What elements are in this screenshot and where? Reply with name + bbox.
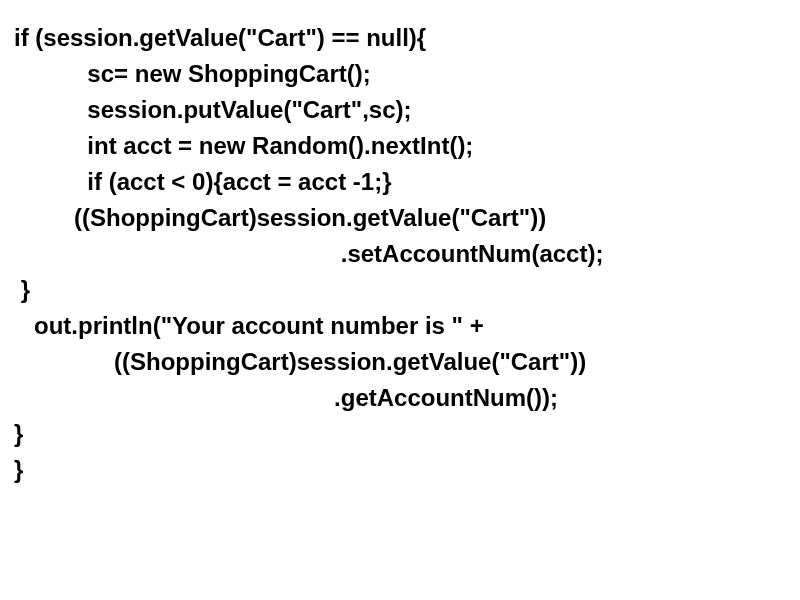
code-block: if (session.getValue("Cart") == null){ s… bbox=[14, 20, 786, 488]
code-line: ((ShoppingCart)session.getValue("Cart")) bbox=[14, 344, 786, 380]
code-line: if (acct < 0){acct = acct -1;} bbox=[14, 164, 786, 200]
code-line: if (session.getValue("Cart") == null){ bbox=[14, 20, 786, 56]
code-line: } bbox=[14, 452, 786, 488]
code-line: .getAccountNum()); bbox=[14, 380, 786, 416]
code-line: .setAccountNum(acct); bbox=[14, 236, 786, 272]
code-line: session.putValue("Cart",sc); bbox=[14, 92, 786, 128]
code-line: } bbox=[14, 272, 786, 308]
code-line: out.println("Your account number is " + bbox=[14, 308, 786, 344]
code-line: int acct = new Random().nextInt(); bbox=[14, 128, 786, 164]
code-line: sc= new ShoppingCart(); bbox=[14, 56, 786, 92]
code-line: } bbox=[14, 416, 786, 452]
code-line: ((ShoppingCart)session.getValue("Cart")) bbox=[14, 200, 786, 236]
